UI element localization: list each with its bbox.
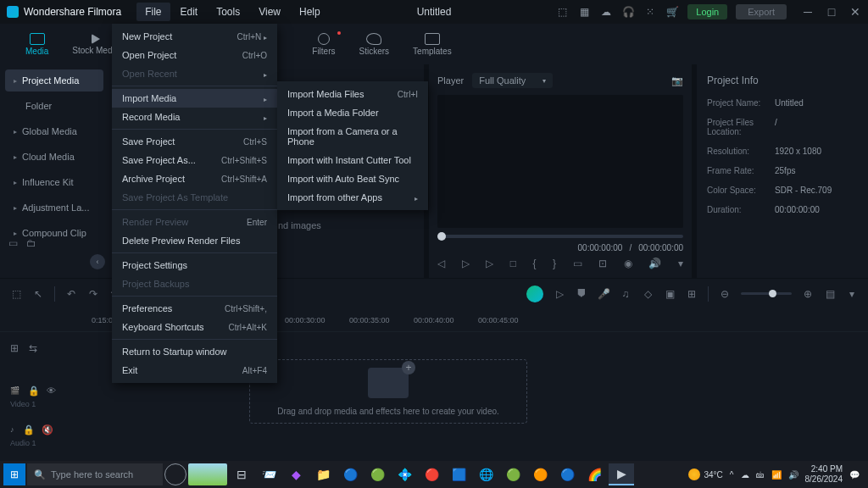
- timeline-drop-zone[interactable]: Drag and drop media and effects here to …: [249, 359, 527, 424]
- tray-volume-icon[interactable]: 🔊: [788, 470, 798, 480]
- taskbar-search[interactable]: 🔍 Type here to search: [27, 463, 163, 485]
- view-mode-button[interactable]: ▤: [824, 288, 836, 300]
- file-menu-exit[interactable]: ExitAlt+F4: [112, 361, 277, 380]
- sidebar-item-cloud-media[interactable]: ▸Cloud Media: [5, 146, 103, 168]
- tray-wifi-icon[interactable]: 📶: [771, 470, 782, 480]
- visibility-icon[interactable]: 👁: [47, 385, 56, 396]
- file-menu-save-project-as-[interactable]: Save Project As...Ctrl+Shift+S: [112, 151, 277, 169]
- file-menu-save-project[interactable]: Save ProjectCtrl+S: [112, 132, 277, 151]
- widget-image[interactable]: [188, 463, 227, 485]
- tray-notifications[interactable]: 💬: [849, 470, 860, 480]
- play-backward-button[interactable]: ▷: [462, 258, 470, 269]
- settings-chevron[interactable]: ▾: [678, 258, 683, 269]
- cortana-button[interactable]: [164, 463, 186, 485]
- maximize-button[interactable]: □: [826, 6, 837, 18]
- taskbar-app-1[interactable]: 📨: [256, 463, 281, 485]
- weather-widget[interactable]: 34°C: [688, 469, 722, 480]
- import-import-with-auto-beat-sync[interactable]: Import with Auto Beat Sync: [277, 169, 428, 188]
- taskbar-app-3[interactable]: 💠: [392, 463, 417, 485]
- export-button[interactable]: Export: [736, 4, 787, 19]
- tab-stickers[interactable]: Stickers: [348, 30, 402, 59]
- taskbar-chrome[interactable]: 🟢: [364, 463, 390, 485]
- player-viewport[interactable]: [437, 95, 683, 228]
- tray-lang-icon[interactable]: 🖮: [756, 470, 765, 480]
- task-view-button[interactable]: ⊟: [229, 463, 254, 485]
- cursor-tool[interactable]: ⬚: [10, 288, 22, 300]
- file-menu-import-media[interactable]: Import Media ▸: [112, 89, 277, 108]
- close-button[interactable]: ✕: [849, 6, 861, 18]
- file-menu-record-media[interactable]: Record Media ▸: [112, 108, 277, 126]
- file-menu-project-settings[interactable]: Project Settings: [112, 256, 277, 274]
- mark-out-button[interactable]: }: [553, 258, 556, 269]
- sidebar-item-folder[interactable]: Folder: [5, 95, 103, 117]
- chevron-down-icon[interactable]: ▾: [846, 288, 858, 300]
- zoom-slider[interactable]: [741, 292, 792, 295]
- tab-filters[interactable]: Filters: [300, 30, 347, 59]
- mark-in-button[interactable]: {: [533, 258, 537, 269]
- apps-icon[interactable]: ⁙: [643, 5, 657, 19]
- file-menu-keyboard-shortcuts[interactable]: Keyboard ShortcutsCtrl+Alt+K: [112, 318, 277, 336]
- import-import-media-files[interactable]: Import Media FilesCtrl+I: [277, 85, 428, 103]
- cart-icon[interactable]: 🛒: [665, 5, 679, 19]
- marker-icon[interactable]: ◇: [642, 288, 654, 300]
- taskbar-word[interactable]: 🟦: [446, 463, 471, 485]
- quality-select[interactable]: Full Quality▾: [472, 73, 553, 88]
- taskbar-app-7[interactable]: 🟠: [527, 463, 553, 485]
- clip-button[interactable]: ▭: [573, 258, 582, 269]
- taskbar-app-4[interactable]: 🔴: [419, 463, 444, 485]
- tab-templates[interactable]: Templates: [401, 30, 464, 59]
- mic-icon[interactable]: 🎤: [598, 288, 609, 300]
- mixer-icon[interactable]: ⊞: [686, 288, 698, 300]
- sidebar-item-influence-kit[interactable]: ▸Influence Kit: [5, 171, 103, 193]
- screen-button[interactable]: ⊡: [598, 258, 607, 269]
- import-import-from-other-apps[interactable]: Import from other Apps ▸: [277, 188, 428, 207]
- stop-button[interactable]: □: [510, 258, 516, 269]
- player-seekbar[interactable]: [437, 235, 683, 238]
- select-tool[interactable]: ↖: [32, 288, 44, 300]
- start-button[interactable]: ⊞: [3, 463, 25, 485]
- menu-file[interactable]: File: [136, 3, 170, 21]
- file-menu-return-to-startup-window[interactable]: Return to Startup window: [112, 342, 277, 361]
- taskbar-filmora[interactable]: ▶: [609, 463, 634, 485]
- import-import-a-media-folder[interactable]: Import a Media Folder: [277, 103, 428, 122]
- minimize-button[interactable]: ─: [802, 6, 814, 18]
- lock-icon[interactable]: 🔒: [23, 424, 35, 435]
- folder-icon[interactable]: 🗀: [26, 237, 36, 249]
- save-cloud-icon[interactable]: ⬚: [555, 5, 569, 19]
- file-menu-new-project[interactable]: New ProjectCtrl+N ▸: [112, 27, 277, 46]
- taskbar-app-6[interactable]: 🟢: [500, 463, 526, 485]
- tray-cloud-icon[interactable]: ☁: [741, 470, 749, 480]
- help-icon[interactable]: 🎧: [621, 5, 635, 19]
- collapse-sidebar-button[interactable]: ‹: [90, 254, 105, 269]
- mute-icon[interactable]: 🔇: [42, 424, 53, 435]
- lock-icon[interactable]: 🔒: [28, 385, 40, 396]
- taskbar-explorer[interactable]: 📁: [310, 463, 336, 485]
- volume-button[interactable]: 🔊: [648, 258, 661, 269]
- taskbar-edge[interactable]: 🔵: [337, 463, 363, 485]
- menu-help[interactable]: Help: [291, 3, 329, 21]
- shield-icon[interactable]: ⛊: [576, 288, 587, 300]
- undo-button[interactable]: ↶: [65, 288, 77, 300]
- taskbar-app-5[interactable]: 🌐: [473, 463, 498, 485]
- import-import-from-a-camera-or-a-phone[interactable]: Import from a Camera or a Phone: [277, 122, 428, 151]
- snapshot2-button[interactable]: ◉: [624, 258, 632, 269]
- tab-media[interactable]: Media: [14, 30, 60, 59]
- zoom-in-button[interactable]: ⊕: [802, 288, 814, 300]
- tray-clock[interactable]: 2:40 PM8/26/2024: [805, 464, 843, 485]
- tray-chevron[interactable]: ^: [730, 470, 734, 480]
- taskbar-chrome2[interactable]: 🌈: [581, 463, 607, 485]
- zoom-out-button[interactable]: ⊖: [719, 288, 731, 300]
- menu-view[interactable]: View: [250, 3, 289, 21]
- import-import-with-instant-cutter-tool[interactable]: Import with Instant Cutter Tool: [277, 151, 428, 169]
- login-button[interactable]: Login: [687, 4, 727, 19]
- music-icon[interactable]: ♫: [620, 288, 632, 300]
- ai-button[interactable]: [526, 286, 543, 302]
- play-button[interactable]: ▷: [486, 258, 493, 269]
- cloud-icon[interactable]: ☁: [599, 5, 613, 19]
- menu-edit[interactable]: Edit: [172, 3, 207, 21]
- file-menu-open-project[interactable]: Open ProjectCtrl+O: [112, 46, 277, 64]
- file-menu-preferences[interactable]: PreferencesCtrl+Shift+,: [112, 299, 277, 318]
- file-menu-delete-preview-render-files[interactable]: Delete Preview Render Files: [112, 231, 277, 250]
- bin-icon[interactable]: ▭: [8, 237, 18, 249]
- snapshot-icon[interactable]: 📷: [671, 75, 683, 86]
